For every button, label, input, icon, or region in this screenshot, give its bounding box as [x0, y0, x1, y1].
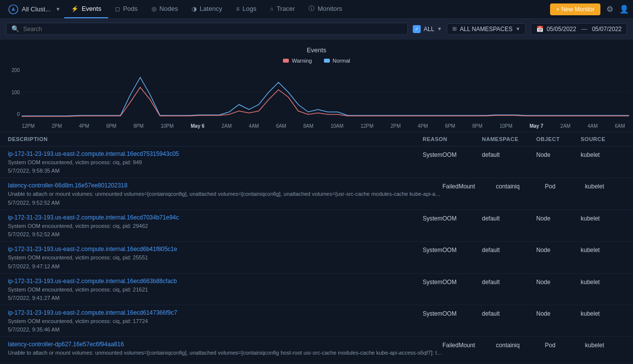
tab-latency[interactable]: ◑ Latency — [185, 0, 229, 18]
namespace-selector[interactable]: ⊞ ALL NAMESPACES ▼ — [447, 23, 526, 35]
chart-wrap: 200 100 0 12PM 2PM 4PM 6PM 8PM 10PM May … — [8, 68, 625, 132]
xl-4pm: 4PM — [79, 123, 89, 129]
event-source: kubelet — [581, 278, 625, 286]
new-monitor-button[interactable]: + New Monitor — [550, 3, 600, 15]
event-time: 5/7/2022, 9:58:35 AM — [8, 168, 423, 174]
event-message: Unable to attach or mount volumes: unmou… — [8, 190, 442, 198]
tracer-icon: ⑃ — [270, 5, 274, 12]
event-source: kubelet — [581, 150, 625, 158]
event-title-link[interactable]: latency-controller-66d8m.16e57ee80120231… — [8, 182, 442, 189]
tab-tracer[interactable]: ⑃ Tracer — [263, 0, 302, 18]
date-range-picker[interactable]: 📅 05/05/2022 — 05/07/2022 — [531, 23, 627, 35]
event-reason: SystemOOM — [423, 150, 482, 158]
search-input-wrap[interactable]: 🔍 — [6, 23, 408, 35]
chart-area: Events Warning Normal 200 100 0 — [0, 39, 633, 132]
event-namespace: default — [482, 309, 536, 317]
date-separator: — — [581, 26, 587, 33]
event-title-link[interactable]: ip-172-31-23-193.us-east-2.compute.inter… — [8, 150, 423, 157]
event-title-link[interactable]: ip-172-31-23-193.us-east-2.compute.inter… — [8, 214, 423, 221]
monitors-icon: ⓘ — [309, 4, 315, 13]
latency-icon: ◑ — [192, 5, 197, 12]
xl-12pm2: 12PM — [360, 123, 373, 129]
x-axis: 12PM 2PM 4PM 6PM 8PM 10PM May 6 2AM 4AM … — [22, 120, 625, 132]
table-row: ip-172-31-23-193.us-east-2.compute.inter… — [0, 146, 633, 178]
tab-logs-label: Logs — [242, 5, 256, 12]
tab-monitors[interactable]: ⓘ Monitors — [302, 0, 349, 18]
xl-8pm2: 8PM — [472, 123, 482, 129]
xl-may6: May 6 — [191, 123, 204, 129]
legend-warning: Warning — [283, 58, 312, 64]
events-icon: ⚡ — [71, 5, 79, 12]
event-object: Node — [536, 246, 581, 254]
tab-nodes[interactable]: ◎ Nodes — [145, 0, 185, 18]
event-message: System OOM encountered, victim process: … — [8, 286, 423, 293]
event-description: ip-172-31-23-193.us-east-2.compute.inter… — [8, 278, 423, 301]
tab-logs[interactable]: ≡ Logs — [229, 0, 263, 18]
nav-actions: + New Monitor ⚙ 👤 — [550, 3, 629, 15]
y-label-0: 0 — [8, 111, 20, 117]
nav-tabs: ⚡ Events ◻ Pods ◎ Nodes ◑ Latency ≡ Logs… — [64, 0, 550, 18]
pods-icon: ◻ — [115, 5, 120, 12]
search-input[interactable] — [23, 26, 402, 33]
all-checkbox[interactable]: ✓ — [413, 25, 421, 33]
event-object: Pod — [545, 182, 585, 190]
event-title-link[interactable]: ip-172-31-23-193.us-east-2.compute.inter… — [8, 278, 423, 285]
event-description: latency-controller-dp627.16e57ec6f94aa81… — [8, 341, 442, 358]
event-title-link[interactable]: ip-172-31-23-193.us-east-2.compute.inter… — [8, 246, 423, 253]
xl-2am2: 2AM — [560, 123, 571, 129]
y-axis: 200 100 0 — [8, 68, 22, 117]
xl-10pm2: 10PM — [500, 123, 513, 129]
cluster-logo-icon — [8, 4, 19, 15]
events-list: ip-172-31-23-193.us-east-2.compute.inter… — [0, 146, 633, 363]
tab-tracer-label: Tracer — [277, 5, 295, 12]
event-source: kubelet — [585, 341, 625, 349]
xl-2am: 2AM — [222, 123, 232, 129]
col-namespace-header: NAMESPACE — [482, 136, 536, 142]
xl-4am2: 4AM — [588, 123, 598, 129]
xl-4am: 4AM — [249, 123, 259, 129]
event-time: 5/7/2022, 9:52:52 AM — [8, 200, 442, 206]
event-reason: SystemOOM — [423, 309, 482, 317]
table-row: ip-172-31-23-193.us-east-2.compute.inter… — [0, 274, 633, 305]
event-time: 5/7/2022, 9:47:12 AM — [8, 263, 423, 269]
event-reason: FailedMount — [442, 341, 496, 349]
table-header: DESCRIPTION REASON NAMESPACE OBJECT SOUR… — [0, 132, 633, 146]
event-time: 5/7/2022, 9:41:27 AM — [8, 295, 423, 301]
event-object: Node — [536, 278, 581, 286]
xl-2pm2: 2PM — [391, 123, 401, 129]
normal-dot — [324, 59, 330, 63]
col-source-header: SOURCE — [581, 136, 625, 142]
xl-10pm: 10PM — [161, 123, 174, 129]
xl-12pm: 12PM — [22, 123, 35, 129]
cluster-selector[interactable]: All Clust... ▼ — [4, 4, 64, 15]
namespace-grid-icon: ⊞ — [452, 26, 457, 32]
filter-chevron-icon: ▼ — [437, 26, 442, 32]
tab-nodes-label: Nodes — [159, 5, 178, 12]
tab-events[interactable]: ⚡ Events — [64, 0, 108, 18]
chart-title: Events — [8, 46, 625, 54]
event-title-link[interactable]: ip-172-31-23-193.us-east-2.compute.inter… — [8, 309, 423, 316]
event-object: Node — [536, 214, 581, 222]
event-title-link[interactable]: latency-controller-dp627.16e57ec6f94aa81… — [8, 341, 442, 348]
tab-pods[interactable]: ◻ Pods — [108, 0, 145, 18]
nodes-icon: ◎ — [152, 5, 157, 12]
table-row: ip-172-31-23-193.us-east-2.compute.inter… — [0, 242, 633, 273]
table-row: ip-172-31-23-193.us-east-2.compute.inter… — [0, 305, 633, 337]
date-start: 05/05/2022 — [547, 26, 576, 33]
event-message: Unable to attach or mount volumes: unmou… — [8, 349, 442, 357]
cluster-chevron-icon: ▼ — [56, 6, 61, 12]
xl-6am2: 6AM — [615, 123, 625, 129]
search-bar: 🔍 ✓ ALL ▼ ⊞ ALL NAMESPACES ▼ 📅 05/05/202… — [0, 19, 633, 39]
namespace-chevron-icon: ▼ — [515, 26, 520, 32]
table-row: latency-controller-66d8m.16e57ee80120231… — [0, 178, 633, 210]
settings-icon[interactable]: ⚙ — [606, 4, 613, 14]
xl-2pm: 2PM — [52, 123, 62, 129]
event-source: kubelet — [585, 182, 625, 190]
user-icon[interactable]: 👤 — [619, 4, 629, 14]
event-description: ip-172-31-23-193.us-east-2.compute.inter… — [8, 246, 423, 269]
event-object: Pod — [545, 341, 585, 349]
xl-10am: 10AM — [330, 123, 343, 129]
filter-checkbox-wrap[interactable]: ✓ ALL ▼ — [413, 25, 442, 33]
tab-events-label: Events — [81, 5, 101, 12]
xl-6pm: 6PM — [106, 123, 117, 129]
